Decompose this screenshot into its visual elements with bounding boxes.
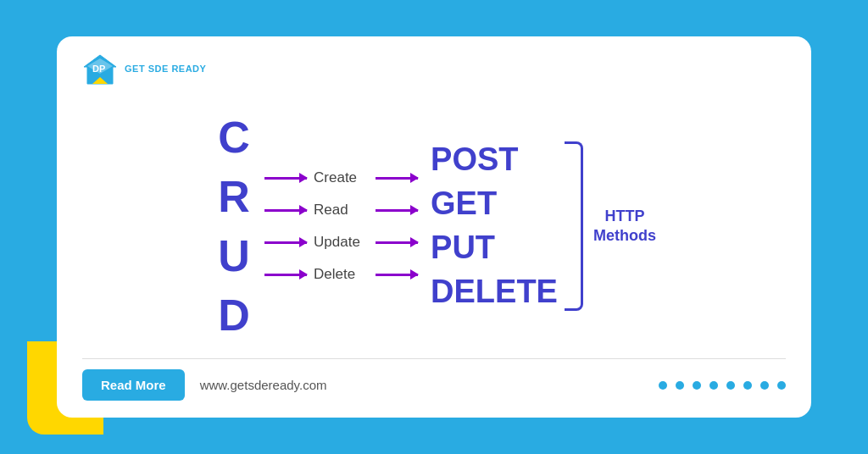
logo-text: GET SDE READY [125,64,206,75]
label-create: Create [314,169,369,186]
http-label: HTTPMethods [593,207,656,246]
row-create: Create [264,169,418,186]
bracket [565,141,583,311]
dot-3 [693,381,701,390]
arrow-update2 [376,241,418,244]
crud-letters: C R U D [212,115,256,337]
dot-1 [659,381,667,390]
letter-R: R [212,174,256,219]
method-delete: DELETE [431,274,558,310]
main-card: DP GET SDE READY C R U D Create [57,36,811,418]
divider [82,358,786,359]
dot-2 [676,381,684,390]
method-get: GET [431,186,558,222]
bracket-container: HTTPMethods [565,141,656,311]
dot-5 [726,381,735,390]
website-url: www.getsdeready.com [200,378,327,392]
outer-wrapper: DP GET SDE READY C R U D Create [27,19,841,435]
row-delete: Delete [264,266,418,283]
arrow-create [264,177,307,180]
label-read: Read [314,202,369,219]
arrow-delete2 [376,274,418,276]
arrow-update [264,241,307,244]
arrow-read [264,209,307,212]
method-post: POST [431,142,558,178]
label-delete: Delete [314,266,369,283]
arrow-create2 [376,177,418,180]
letter-U: U [212,234,256,278]
dot-4 [709,381,718,390]
svg-text:DP: DP [92,64,105,74]
arrow-delete [264,274,307,276]
dot-8 [777,381,786,390]
label-update: Update [314,234,369,251]
arrow-read2 [376,209,418,212]
row-update: Update [264,234,418,251]
method-put: PUT [431,230,558,266]
dot-6 [743,381,752,390]
read-more-button[interactable]: Read More [82,369,185,401]
row-read: Read [264,202,418,219]
dots-row [659,381,786,390]
letter-C: C [212,115,256,159]
dot-7 [760,381,769,390]
letter-D: D [212,293,256,337]
card-header: DP GET SDE READY [82,53,786,86]
card-footer: Read More www.getsdeready.com [82,369,786,401]
logo-icon: DP [82,53,118,86]
http-methods: POST GET PUT DELETE [431,142,558,309]
diagram-area: C R U D Create Read Upda [82,94,786,358]
rows-container: Create Read Update Delete [264,169,418,283]
footer-left: Read More www.getsdeready.com [82,369,326,401]
